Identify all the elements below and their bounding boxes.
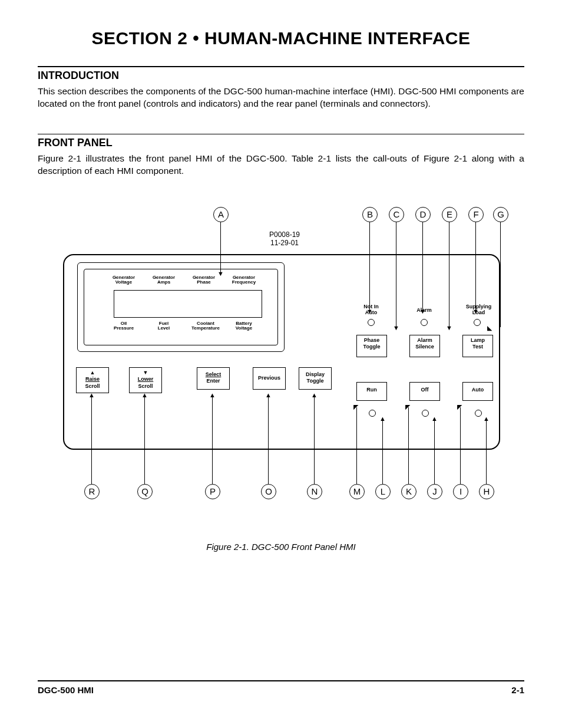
lcd-label: FuelLevel <box>149 321 178 332</box>
led-label-supplying: SupplyingLoad <box>462 304 495 316</box>
lcd-label: GeneratorFrequency <box>229 275 259 286</box>
page: SECTION 2 • HUMAN-MACHINE INTERFACE INTR… <box>0 0 562 728</box>
callout-l: L <box>375 484 391 499</box>
lcd-label: CoolantTemperature <box>189 321 222 332</box>
callout-p: P <box>205 484 220 499</box>
phase-toggle-button[interactable]: PhaseToggle <box>356 335 387 357</box>
page-footer: DGC-500 HMI 2-1 <box>38 680 524 695</box>
led-off <box>422 410 429 417</box>
callout-n: N <box>307 484 322 499</box>
callout-e: E <box>442 207 457 222</box>
callout-j: J <box>427 484 442 499</box>
callout-c: C <box>389 207 404 222</box>
display-toggle-button[interactable]: DisplayToggle <box>299 367 332 390</box>
figure-info: P0008-19 11-29-01 <box>255 230 314 247</box>
callout-g: G <box>493 207 508 222</box>
callout-b: B <box>362 207 378 222</box>
callout-m: M <box>349 484 365 499</box>
alarm-silence-button[interactable]: AlarmSilence <box>409 335 440 357</box>
figure-caption: Figure 2-1. DGC-500 Front Panel HMI <box>38 542 524 552</box>
lower-scroll-button[interactable]: ▼ Lower Scroll <box>129 367 162 393</box>
lamp-test-button[interactable]: LampTest <box>462 335 493 357</box>
lcd-label: GeneratorVoltage <box>109 275 138 286</box>
up-arrow-icon: ▲ <box>90 370 95 375</box>
callout-i: I <box>453 484 468 499</box>
lcd-label: BatteryVoltage <box>229 321 259 332</box>
led-supplying-load <box>474 319 481 326</box>
footer-left: DGC-500 HMI <box>38 685 94 695</box>
lcd-label: GeneratorPhase <box>189 275 219 286</box>
footer-right: 2-1 <box>511 685 524 695</box>
intro-body: This section describes the components of… <box>38 85 524 110</box>
lcd-label: OilPressure <box>109 321 138 332</box>
raise-scroll-button[interactable]: ▲ Raise Scroll <box>76 367 109 393</box>
previous-button[interactable]: Previous <box>253 367 286 390</box>
lcd: GeneratorVoltage GeneratorAmps Generator… <box>84 269 278 345</box>
callout-d: D <box>415 207 431 222</box>
front-panel-body: Figure 2-1 illustrates the front panel H… <box>38 153 524 177</box>
callout-k: K <box>401 484 416 499</box>
front-panel-heading: FRONT PANEL <box>38 137 524 149</box>
callout-f: F <box>468 207 484 222</box>
led-not-in-auto <box>368 319 375 326</box>
led-alarm <box>421 319 428 326</box>
intro-heading: INTRODUCTION <box>38 70 524 82</box>
callout-r: R <box>84 484 100 499</box>
callout-q: Q <box>137 484 153 499</box>
callout-o: O <box>261 484 276 499</box>
divider <box>38 66 524 67</box>
section-title: SECTION 2 • HUMAN-MACHINE INTERFACE <box>38 28 524 48</box>
lcd-frame: GeneratorVoltage GeneratorAmps Generator… <box>77 262 285 352</box>
off-button[interactable]: Off <box>409 382 440 401</box>
callout-a: A <box>213 207 229 222</box>
run-button[interactable]: Run <box>356 382 387 401</box>
down-arrow-icon: ▼ <box>143 370 148 375</box>
lcd-label: GeneratorAmps <box>149 275 178 286</box>
divider <box>38 680 524 681</box>
led-label-alarm: Alarm <box>409 307 439 313</box>
select-enter-button[interactable]: Select Enter <box>197 367 230 390</box>
led-run <box>369 410 376 417</box>
figure-date: 11-29-01 <box>270 239 299 247</box>
auto-button[interactable]: Auto <box>462 382 493 401</box>
callout-h: H <box>479 484 494 499</box>
figure-partno: P0008-19 <box>269 230 300 239</box>
led-label-not-in-auto: Not InAuto <box>356 304 386 316</box>
figure-2-1: P0008-19 11-29-01 A B C D E F G ▼ ▼ ▼ ▼ … <box>63 207 499 525</box>
led-auto <box>475 410 482 417</box>
lcd-screen <box>114 290 262 318</box>
divider <box>38 134 524 134</box>
